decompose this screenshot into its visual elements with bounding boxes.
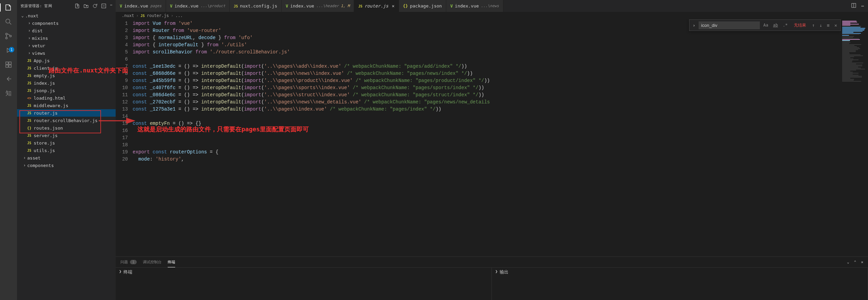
panel-body: ❯终端❯输出 — [116, 268, 868, 300]
panel-maximize-icon[interactable]: ⌃ — [854, 260, 856, 264]
editor-tab[interactable]: Vindex.vue...\header1, M — [282, 0, 354, 12]
code-editor[interactable]: 1234567891011121314151617181920 import V… — [116, 19, 868, 256]
bottom-panel: 问题1调试控制台终端 ⌄ ⌃ ✕ ❯终端❯输出 — [116, 256, 868, 300]
chevron-right-icon: › — [27, 43, 32, 48]
editor-tab[interactable]: JSnuxt.config.js — [230, 0, 282, 12]
folder-item[interactable]: ›components — [17, 162, 116, 169]
file-type-icon: {} — [27, 126, 32, 130]
chevron-right-icon: › — [171, 13, 173, 18]
panel-column: ❯输出 — [492, 268, 868, 300]
editor-tab[interactable]: {}package.json — [399, 0, 446, 12]
folder-item[interactable]: ›vetur — [17, 42, 116, 49]
file-item[interactable]: <>loading.html — [17, 94, 116, 102]
file-item[interactable]: JSstore.js — [17, 139, 116, 147]
folder-item[interactable]: ›views — [17, 49, 116, 57]
file-tree: ⌄ .nuxt ›components›dist›mixins›vetur›vi… — [17, 12, 116, 300]
prev-match-icon[interactable]: ↑ — [811, 22, 816, 29]
file-type-icon: JS — [27, 118, 32, 123]
file-type-icon: {} — [403, 4, 408, 9]
line-gutter: 1234567891011121314151617181920 — [116, 19, 133, 256]
find-in-selection-icon[interactable]: ≡ — [825, 22, 831, 29]
activity-bar: 1 知 — [0, 0, 17, 300]
code-content[interactable]: import Vue from 'vue'import Router from … — [133, 19, 841, 256]
match-case-icon[interactable]: Aa — [762, 22, 769, 28]
chevron-right-icon: › — [27, 28, 32, 33]
next-match-icon[interactable]: ↓ — [818, 22, 824, 29]
chevron-down-icon: ⌄ — [20, 13, 25, 18]
editor-area: Vindex.vuepagesVindex.vue...\productJSnu… — [116, 0, 868, 300]
explorer-sidebar: 资源管理器: 官网 ⋯ ⌄ .nuxt ›components›dist›mix… — [17, 0, 116, 300]
file-type-icon: JS — [27, 133, 32, 138]
editor-tab[interactable]: Vindex.vuepages — [116, 0, 166, 12]
file-item[interactable]: JSjsonp.js — [17, 87, 116, 94]
explorer-title: 资源管理器: 官网 — [20, 3, 52, 9]
svg-rect-7 — [9, 65, 11, 67]
file-type-icon: JS — [234, 4, 238, 9]
refresh-icon[interactable] — [92, 3, 98, 9]
chevron-right-icon: › — [22, 155, 27, 160]
zhihu-icon[interactable]: 知 — [4, 89, 13, 97]
panel-close-icon[interactable]: ✕ — [861, 260, 863, 264]
file-type-icon: JS — [27, 73, 32, 78]
panel-tab[interactable]: 问题1 — [120, 257, 137, 267]
editor-tab[interactable]: JSrouter.js✕ — [354, 0, 399, 12]
folder-item[interactable]: ›asset — [17, 154, 116, 162]
search-icon[interactable] — [4, 18, 13, 26]
chevron-right-icon[interactable]: ❯ — [495, 269, 498, 274]
close-find-icon[interactable]: ✕ — [833, 22, 838, 29]
minimap[interactable] — [841, 19, 868, 256]
new-file-icon[interactable] — [74, 3, 80, 9]
file-item[interactable]: JSindex.js — [17, 79, 116, 87]
find-input[interactable] — [699, 21, 760, 29]
chevron-right-icon: › — [136, 13, 138, 18]
file-item[interactable]: JSserver.js — [17, 132, 116, 139]
breadcrumb[interactable]: .nuxt › JS router.js › ... — [116, 12, 868, 19]
file-item[interactable]: JSrouter.js — [17, 109, 116, 117]
folder-item[interactable]: ›dist — [17, 27, 116, 34]
split-editor-icon[interactable] — [851, 3, 856, 9]
file-type-icon: JS — [27, 148, 32, 153]
editor-tabs: Vindex.vuepagesVindex.vue...\productJSnu… — [116, 0, 868, 12]
more-actions-icon[interactable]: ⋯ — [861, 3, 864, 9]
file-type-icon: <> — [27, 96, 32, 100]
panel-dropdown-icon[interactable]: ⌄ — [847, 260, 849, 264]
new-folder-icon[interactable] — [83, 3, 89, 9]
file-item[interactable]: JSrouter.scrollBehavior.js — [17, 117, 116, 124]
editor-tab[interactable]: Vindex.vue...\product — [166, 0, 230, 12]
file-item[interactable]: JSApp.js — [17, 57, 116, 64]
expand-replace-icon[interactable]: › — [691, 22, 697, 29]
find-widget: › Aa ab .* 无结果 ↑ ↓ ≡ ✕ — [689, 19, 841, 31]
folder-root[interactable]: ⌄ .nuxt — [17, 12, 116, 19]
panel-tab[interactable]: 调试控制台 — [143, 257, 162, 267]
svg-point-2 — [6, 37, 7, 39]
file-type-icon: V — [286, 4, 288, 9]
file-item[interactable]: {}routes.json — [17, 124, 116, 132]
file-item[interactable]: JSempty.js — [17, 72, 116, 79]
panel-tabs: 问题1调试控制台终端 ⌄ ⌃ ✕ — [116, 257, 868, 268]
folder-item[interactable]: ›components — [17, 19, 116, 27]
file-type-icon: JS — [27, 103, 32, 108]
scm-icon[interactable] — [4, 32, 13, 40]
panel-tab[interactable]: 终端 — [168, 257, 175, 267]
file-item[interactable]: JSutils.js — [17, 147, 116, 154]
scm-badge: 1 — [9, 47, 14, 52]
file-type-icon: JS — [27, 141, 32, 145]
chevron-right-icon[interactable]: ❯ — [119, 269, 121, 274]
folder-item[interactable]: ›mixins — [17, 34, 116, 42]
whole-word-icon[interactable]: ab — [772, 22, 779, 28]
find-result: 无结果 — [791, 22, 809, 28]
regex-icon[interactable]: .* — [781, 22, 789, 28]
more-icon[interactable]: ⋯ — [110, 3, 112, 9]
close-tab-icon[interactable]: ✕ — [392, 3, 395, 9]
back-icon[interactable] — [4, 75, 13, 83]
panel-column: ❯终端 — [116, 268, 492, 300]
file-item[interactable]: JSmiddleware.js — [17, 102, 116, 109]
svg-point-0 — [6, 19, 10, 23]
file-item[interactable]: JSclient.js — [17, 64, 116, 72]
extensions-icon[interactable] — [4, 61, 13, 69]
svg-point-1 — [6, 33, 7, 35]
editor-tab[interactable]: Vindex.vue...\news — [446, 0, 503, 12]
files-icon[interactable] — [4, 3, 13, 12]
collapse-icon[interactable] — [101, 3, 106, 9]
file-type-icon: V — [120, 4, 122, 9]
